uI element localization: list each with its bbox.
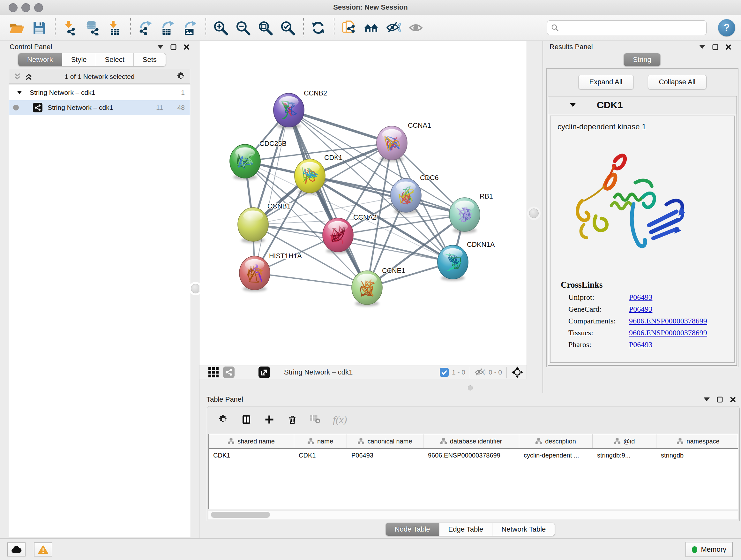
- delete-table-button[interactable]: [310, 414, 321, 425]
- view-grid-button[interactable]: [208, 367, 219, 377]
- network-node-RB1[interactable]: RB1: [449, 192, 493, 233]
- results-panel-tab-bar: String: [543, 53, 741, 66]
- panel-close-icon[interactable]: [730, 396, 736, 402]
- panel-menu-icon[interactable]: [704, 396, 710, 402]
- entry-expander-icon[interactable]: [570, 103, 576, 107]
- tab-sets[interactable]: Sets: [134, 53, 165, 66]
- panel-menu-icon[interactable]: [699, 44, 705, 50]
- table-header-row: shared namenamecanonical namedatabase id…: [209, 434, 738, 449]
- function-builder-button[interactable]: f(x): [333, 414, 347, 426]
- panel-float-icon[interactable]: [171, 44, 177, 50]
- homes-button[interactable]: [362, 18, 380, 38]
- network-edge-CCNB2-CCNA1[interactable]: [289, 110, 392, 143]
- column-header-description[interactable]: description: [519, 434, 593, 448]
- crosslink-link[interactable]: P06493: [629, 305, 652, 314]
- tab-string[interactable]: String: [624, 53, 660, 66]
- crosslink-link[interactable]: P06493: [629, 340, 652, 349]
- network-edge-CCNE1-HIST1H1A[interactable]: [255, 273, 367, 288]
- warnings-button[interactable]: [34, 543, 52, 557]
- export-network-button[interactable]: [137, 18, 154, 38]
- network-node-CDKN1A[interactable]: CDKN1A: [437, 241, 495, 281]
- gene-entry-header[interactable]: CDK1: [548, 97, 737, 114]
- network-node-CCNE1[interactable]: CCNE1: [352, 267, 405, 306]
- table-horizontal-scrollbar[interactable]: [208, 510, 738, 519]
- refresh-button[interactable]: [310, 18, 327, 38]
- delete-column-button[interactable]: [287, 414, 298, 425]
- tab-edge-table[interactable]: Edge Table: [440, 523, 493, 536]
- share-file-button[interactable]: [340, 18, 357, 38]
- crosslink-link[interactable]: P06493: [629, 293, 652, 302]
- export-table-button[interactable]: [159, 18, 176, 38]
- panel-close-icon[interactable]: [725, 44, 731, 50]
- table-settings-button[interactable]: [218, 414, 229, 425]
- column-header-database-identifier[interactable]: database identifier: [423, 434, 519, 448]
- results-panel: Results Panel String Expand All Collapse…: [542, 41, 741, 393]
- panel-close-icon[interactable]: [184, 44, 190, 50]
- open-button[interactable]: [8, 18, 25, 38]
- panel-float-icon[interactable]: [712, 44, 718, 50]
- network-node-CDK1[interactable]: CDK1: [294, 154, 342, 194]
- network-options-gear-icon[interactable]: [177, 72, 186, 81]
- network-collection-row[interactable]: String Network – cdk1 1: [9, 85, 190, 100]
- column-header-namespace[interactable]: namespace: [657, 434, 738, 448]
- control-panel: Control Panel NetworkStyleSelectSets 1 o…: [0, 41, 199, 538]
- tab-style[interactable]: Style: [62, 53, 96, 66]
- detach-view-button[interactable]: [259, 367, 270, 378]
- network-canvas[interactable]: CCNB2 CCNA1 CDC25B CDK1 CDC6 RB1 CCNB1: [199, 41, 527, 366]
- network-node-CCNB2[interactable]: CCNB2: [273, 89, 327, 129]
- import-table-button[interactable]: [106, 18, 123, 38]
- panel-float-icon[interactable]: [717, 396, 723, 402]
- network-edge-CCNA2-CDKN1A[interactable]: [338, 235, 453, 262]
- column-header-shared-name[interactable]: shared name: [209, 434, 294, 448]
- search-input[interactable]: [547, 20, 706, 35]
- help-button[interactable]: ?: [718, 19, 735, 37]
- column-header-@id[interactable]: @id: [593, 434, 657, 448]
- collapse-all-button[interactable]: Collapse All: [648, 75, 707, 89]
- center-view-icon[interactable]: [511, 366, 523, 378]
- share-network-button[interactable]: [223, 367, 234, 378]
- selected-checkbox-icon[interactable]: [440, 368, 449, 377]
- crosslink-link[interactable]: 9606.ENSP00000378699: [629, 317, 707, 325]
- zoom-selected-button[interactable]: [279, 18, 296, 38]
- expand-all-button[interactable]: Expand All: [578, 75, 634, 89]
- toolbar-separator: [507, 367, 507, 378]
- table-row[interactable]: CDK1CDK1P064939606.ENSP00000378699cyclin…: [209, 449, 738, 463]
- left-splitter-handle[interactable]: [191, 284, 200, 294]
- hide-eye-button[interactable]: [385, 18, 402, 38]
- horizontal-splitter[interactable]: [199, 379, 542, 393]
- add-column-button[interactable]: [264, 414, 275, 425]
- network-edge-CCNB2-CCNE1[interactable]: [289, 110, 367, 288]
- import-network-button[interactable]: [61, 18, 78, 38]
- horizontal-splitter-handle[interactable]: [468, 385, 473, 390]
- show-columns-button[interactable]: [241, 414, 252, 425]
- export-image-button[interactable]: [181, 18, 199, 38]
- crosslink-link[interactable]: 9606.ENSP00000378699: [629, 328, 707, 337]
- network-row-selected[interactable]: String Network – cdk1 11 48: [9, 100, 190, 115]
- show-eye-icon: [408, 20, 423, 36]
- network-node-CDC6[interactable]: CDC6: [391, 174, 439, 214]
- column-header-name[interactable]: name: [294, 434, 347, 448]
- collection-expander-icon[interactable]: [17, 91, 22, 95]
- scrollbar-thumb[interactable]: [211, 512, 270, 518]
- cloud-status-button[interactable]: [7, 543, 25, 557]
- zoom-fit-button[interactable]: [257, 18, 274, 38]
- application-window: Session: New Session ? Control Panel Net…: [0, 0, 741, 560]
- panel-menu-icon[interactable]: [157, 44, 163, 50]
- memory-button[interactable]: Memory: [685, 542, 733, 557]
- tab-node-table[interactable]: Node Table: [386, 523, 440, 536]
- column-header-canonical-name[interactable]: canonical name: [347, 434, 423, 448]
- tab-network-table[interactable]: Network Table: [492, 523, 555, 536]
- save-button[interactable]: [30, 18, 48, 38]
- table-cell: stringdb:9...: [593, 449, 657, 463]
- tab-select[interactable]: Select: [96, 53, 134, 66]
- import-database-button[interactable]: [84, 18, 101, 38]
- zoom-in-button[interactable]: [212, 18, 229, 38]
- tab-network[interactable]: Network: [18, 53, 62, 66]
- right-splitter-handle[interactable]: [529, 208, 539, 218]
- share-file-icon: [341, 20, 356, 36]
- zoom-out-button[interactable]: [234, 18, 252, 38]
- network-node-HIST1H1A[interactable]: HIST1H1A: [239, 252, 302, 292]
- hidden-items-icon[interactable]: [475, 368, 485, 377]
- right-splitter[interactable]: [527, 41, 542, 393]
- show-eye-button[interactable]: [407, 18, 424, 38]
